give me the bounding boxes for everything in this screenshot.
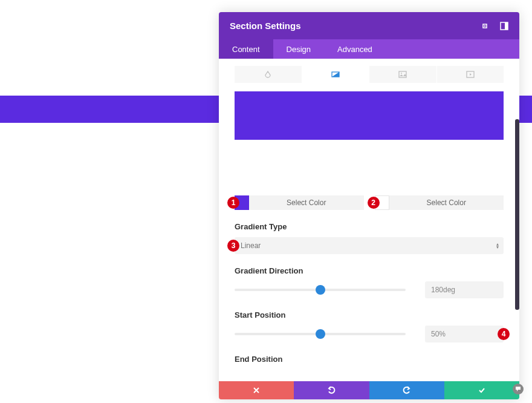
tab-design[interactable]: Design xyxy=(273,39,324,59)
bg-type-video[interactable] xyxy=(437,66,504,83)
save-button[interactable] xyxy=(444,381,519,399)
panel-footer xyxy=(219,381,519,399)
label-gradient-direction: Gradient Direction xyxy=(235,266,504,275)
svg-point-6 xyxy=(401,73,402,74)
gradient-colors-row: 1 Select Color 2 Select Color xyxy=(235,195,504,210)
undo-button[interactable] xyxy=(294,381,369,399)
tab-content[interactable]: Content xyxy=(219,39,273,59)
select-color-btn-1[interactable]: Select Color xyxy=(249,195,364,210)
section-settings-panel: Section Settings Content Design Advanced xyxy=(219,12,519,399)
scrollbar[interactable] xyxy=(515,119,519,310)
label-gradient-type: Gradient Type xyxy=(235,222,504,231)
bg-type-color[interactable] xyxy=(235,66,302,83)
redo-button[interactable] xyxy=(369,381,444,399)
start-position-slider[interactable] xyxy=(235,333,406,335)
annotation-badge-4: 4 xyxy=(498,328,510,340)
gradient-direction-input[interactable] xyxy=(425,281,504,298)
panel-body: 1 Select Color 2 Select Color Gradient T… xyxy=(219,59,519,369)
panel-tabs: Content Design Advanced xyxy=(219,39,519,59)
gradient-type-select[interactable]: 3 Linear ▴▾ xyxy=(235,237,504,254)
snap-icon[interactable] xyxy=(500,22,508,30)
svg-point-1 xyxy=(484,25,486,27)
start-position-input[interactable] xyxy=(425,326,504,342)
svg-rect-3 xyxy=(505,22,508,30)
field-start-position: Start Position 4 xyxy=(235,310,504,342)
field-gradient-direction: Gradient Direction xyxy=(235,266,504,298)
bg-type-image[interactable] xyxy=(369,66,437,83)
field-gradient-type: Gradient Type 3 Linear ▴▾ xyxy=(235,222,504,254)
panel-header: Section Settings xyxy=(219,12,519,39)
cancel-button[interactable] xyxy=(219,381,294,399)
field-end-position: End Position 5 xyxy=(235,355,504,369)
slider-handle[interactable] xyxy=(316,285,325,295)
gradient-color-2-group: 2 Select Color xyxy=(375,195,504,210)
label-start-position: Start Position xyxy=(235,310,504,319)
bg-type-switcher xyxy=(235,66,504,83)
gradient-direction-slider[interactable] xyxy=(235,289,406,291)
help-chat-icon[interactable] xyxy=(513,384,524,395)
chevron-updown-icon: ▴▾ xyxy=(496,243,499,249)
header-icon-group xyxy=(481,22,508,30)
annotation-badge-2: 2 xyxy=(368,197,380,209)
slider-handle[interactable] xyxy=(316,329,325,339)
label-end-position: End Position xyxy=(235,355,504,364)
panel-title: Section Settings xyxy=(230,21,301,31)
gradient-type-value: Linear xyxy=(241,241,261,250)
expand-icon[interactable] xyxy=(481,22,489,30)
annotation-badge-1: 1 xyxy=(227,197,239,209)
bg-type-gradient[interactable] xyxy=(302,66,370,83)
background-preview xyxy=(235,91,504,140)
gradient-color-1-group: 1 Select Color xyxy=(235,195,364,210)
tab-advanced[interactable]: Advanced xyxy=(324,39,386,59)
annotation-badge-3: 3 xyxy=(227,240,239,252)
select-color-btn-2[interactable]: Select Color xyxy=(389,195,504,210)
